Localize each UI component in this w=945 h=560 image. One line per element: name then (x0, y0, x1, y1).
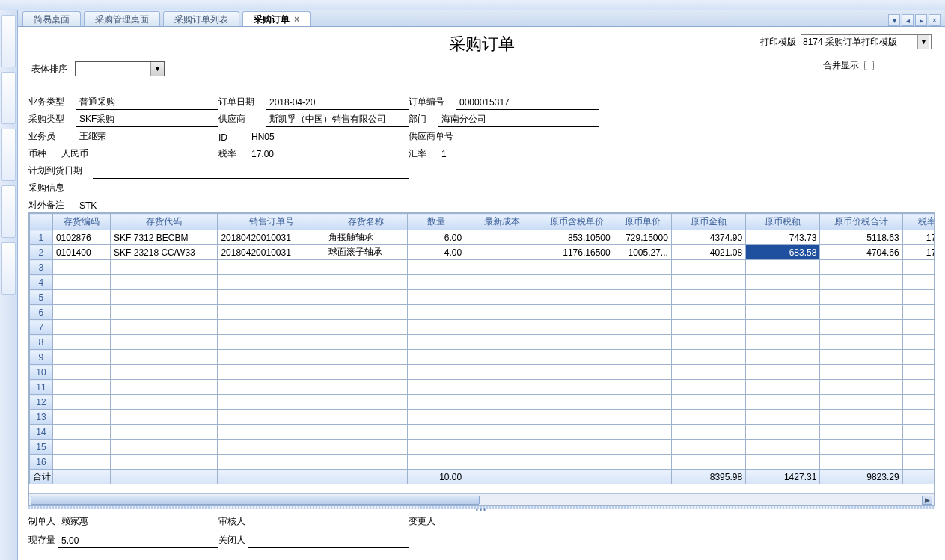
top-menu-bar (0, 0, 945, 10)
